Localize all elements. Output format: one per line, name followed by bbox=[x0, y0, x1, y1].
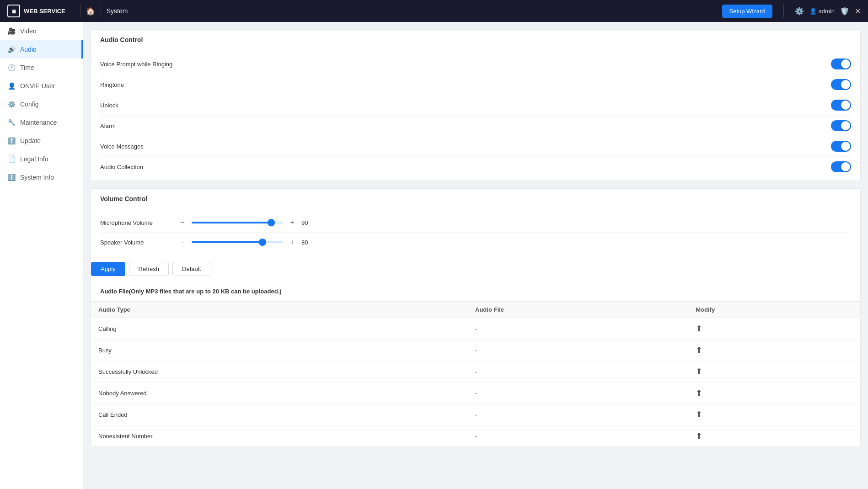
audio-file-cell: - bbox=[468, 383, 688, 404]
upload-icon[interactable]: ⬆ bbox=[696, 324, 702, 334]
app-name: WEB SERVICE bbox=[24, 8, 65, 15]
user-label: admin bbox=[819, 8, 835, 15]
sidebar: 🎥Video🔊Audio🕐Time👤ONVIF User⚙️Config🔧Mai… bbox=[0, 22, 83, 489]
toggle-ringtone[interactable] bbox=[831, 79, 851, 90]
table-row: Nobody Answered - ⬆ bbox=[91, 383, 860, 404]
user-icon: 👤 bbox=[809, 8, 817, 15]
toggle-row-unlock: Unlock bbox=[100, 95, 851, 116]
toggle-voice-messages[interactable] bbox=[831, 141, 851, 152]
sidebar-item-audio[interactable]: 🔊Audio bbox=[0, 40, 83, 58]
col-audio-file: Audio File bbox=[468, 302, 688, 318]
toggle-track-audio-collection[interactable] bbox=[831, 161, 851, 172]
settings-icon[interactable]: ⚙️ bbox=[795, 7, 804, 16]
upload-icon[interactable]: ⬆ bbox=[696, 388, 702, 398]
volume-minus-speaker[interactable]: − bbox=[179, 238, 186, 246]
toggle-thumb-ringtone bbox=[841, 80, 850, 89]
sidebar-item-onvif-user[interactable]: 👤ONVIF User bbox=[0, 77, 83, 95]
upload-icon[interactable]: ⬆ bbox=[696, 431, 702, 441]
home-icon[interactable]: 🏠 bbox=[86, 7, 95, 16]
audio-icon: 🔊 bbox=[7, 46, 16, 53]
volume-plus-microphone[interactable]: + bbox=[289, 218, 296, 227]
toggle-alarm[interactable] bbox=[831, 120, 851, 131]
onvif-user-icon: 👤 bbox=[7, 82, 16, 90]
volume-value-speaker: 80 bbox=[301, 239, 315, 246]
sidebar-label-config: Config bbox=[20, 101, 38, 108]
toggle-track-voice-prompt[interactable] bbox=[831, 58, 851, 69]
toggle-track-alarm[interactable] bbox=[831, 120, 851, 131]
close-icon[interactable]: ✕ bbox=[855, 7, 861, 16]
sidebar-label-onvif-user: ONVIF User bbox=[20, 82, 55, 90]
col-modify: Modify bbox=[688, 302, 860, 318]
volume-slider-microphone[interactable] bbox=[192, 222, 283, 223]
sidebar-item-legal-info[interactable]: 📄Legal Info bbox=[0, 150, 83, 168]
sidebar-label-system-info: System Info bbox=[20, 174, 54, 181]
sidebar-label-maintenance: Maintenance bbox=[20, 119, 57, 126]
nav-divider3 bbox=[783, 5, 784, 17]
upload-icon[interactable]: ⬆ bbox=[696, 345, 702, 355]
upload-cell: ⬆ bbox=[688, 340, 860, 361]
toggle-label-unlock: Unlock bbox=[100, 102, 118, 109]
upload-cell: ⬆ bbox=[688, 425, 860, 447]
toggle-row-ringtone: Ringtone bbox=[100, 74, 851, 95]
audio-file-cell: - bbox=[468, 361, 688, 383]
setup-wizard-button[interactable]: Setup Wizard bbox=[722, 5, 772, 18]
volume-row-speaker: Speaker Volume − + 80 bbox=[100, 233, 851, 252]
top-nav: ▣ WEB SERVICE 🏠 System Setup Wizard ⚙️ 👤… bbox=[0, 0, 868, 22]
default-button[interactable]: Default bbox=[172, 262, 210, 276]
audio-type-cell: Calling bbox=[91, 318, 468, 340]
volume-minus-microphone[interactable]: − bbox=[179, 218, 186, 227]
audio-type-cell: Nonexistent Number bbox=[91, 425, 468, 447]
toggle-label-audio-collection: Audio Collection bbox=[100, 164, 143, 170]
volume-plus-speaker[interactable]: + bbox=[289, 238, 296, 246]
volume-slider-speaker[interactable] bbox=[192, 241, 283, 243]
sidebar-item-time[interactable]: 🕐Time bbox=[0, 58, 83, 77]
upload-icon[interactable]: ⬆ bbox=[696, 409, 702, 420]
audio-table: Audio TypeAudio FileModify Calling - ⬆ B… bbox=[91, 301, 860, 446]
sidebar-label-time: Time bbox=[20, 64, 34, 71]
table-row: Successfully Unlocked - ⬆ bbox=[91, 361, 860, 383]
toggle-label-voice-messages: Voice Messages bbox=[100, 143, 144, 150]
main-content: Audio Control Voice Prompt while Ringing… bbox=[83, 22, 868, 489]
refresh-button[interactable]: Refresh bbox=[129, 262, 169, 276]
col-audio-type: Audio Type bbox=[91, 302, 468, 318]
button-row: Apply Refresh Default bbox=[91, 255, 860, 283]
toggle-row-voice-messages: Voice Messages bbox=[100, 136, 851, 157]
video-icon: 🎥 bbox=[7, 27, 16, 35]
toggle-track-voice-messages[interactable] bbox=[831, 141, 851, 152]
table-row: Calling - ⬆ bbox=[91, 318, 860, 340]
upload-cell: ⬆ bbox=[688, 404, 860, 425]
toggle-thumb-unlock bbox=[841, 101, 850, 110]
volume-label-microphone: Microphone Volume bbox=[100, 219, 173, 226]
sidebar-item-maintenance[interactable]: 🔧Maintenance bbox=[0, 113, 83, 132]
table-row: Busy - ⬆ bbox=[91, 340, 860, 361]
shield-icon[interactable]: 🛡️ bbox=[840, 7, 849, 16]
apply-button[interactable]: Apply bbox=[91, 262, 125, 276]
toggle-thumb-alarm bbox=[841, 121, 850, 130]
sidebar-item-update[interactable]: ⬆️Update bbox=[0, 132, 83, 150]
sidebar-item-config[interactable]: ⚙️Config bbox=[0, 95, 83, 113]
logo-icon: ▣ bbox=[7, 5, 20, 17]
toggle-track-unlock[interactable] bbox=[831, 100, 851, 111]
system-info-icon: ℹ️ bbox=[7, 174, 16, 181]
sidebar-item-system-info[interactable]: ℹ️System Info bbox=[0, 168, 83, 186]
user-menu[interactable]: 👤 admin bbox=[809, 8, 835, 15]
update-icon: ⬆️ bbox=[7, 137, 16, 144]
toggle-voice-prompt[interactable] bbox=[831, 58, 851, 69]
upload-icon[interactable]: ⬆ bbox=[696, 367, 702, 377]
volume-control-card: Volume Control Microphone Volume − + 90 … bbox=[91, 188, 861, 447]
audio-control-card: Audio Control Voice Prompt while Ringing… bbox=[91, 29, 861, 181]
toggle-row-alarm: Alarm bbox=[100, 116, 851, 136]
audio-file-cell: - bbox=[468, 404, 688, 425]
nav-divider bbox=[80, 5, 80, 17]
toggle-thumb-audio-collection bbox=[841, 162, 850, 171]
upload-cell: ⬆ bbox=[688, 361, 860, 383]
sidebar-label-update: Update bbox=[20, 137, 41, 144]
toggle-audio-collection[interactable] bbox=[831, 161, 851, 172]
audio-file-cell: - bbox=[468, 425, 688, 447]
upload-cell: ⬆ bbox=[688, 383, 860, 404]
toggle-thumb-voice-messages bbox=[841, 142, 850, 151]
audio-file-cell: - bbox=[468, 318, 688, 340]
toggle-track-ringtone[interactable] bbox=[831, 79, 851, 90]
sidebar-item-video[interactable]: 🎥Video bbox=[0, 22, 83, 40]
toggle-unlock[interactable] bbox=[831, 100, 851, 111]
